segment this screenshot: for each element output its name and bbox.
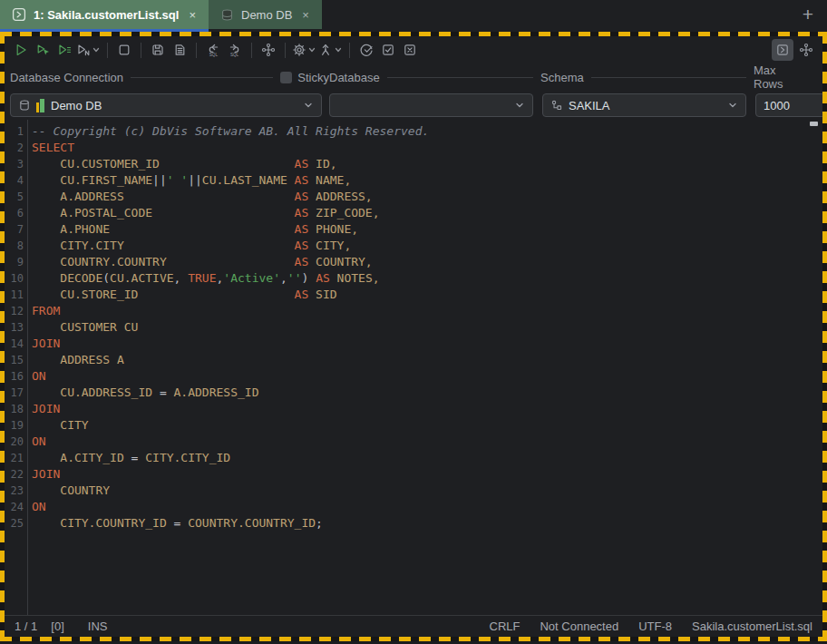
line-number: 22 — [5, 466, 24, 483]
tab-demo-db[interactable]: Demo DB × — [209, 0, 322, 29]
code-area[interactable]: -- Copyright (c) DbVis Software AB. All … — [28, 120, 822, 615]
line-number: 21 — [5, 450, 24, 466]
line-number: 19 — [5, 417, 24, 434]
database-icon — [220, 8, 234, 22]
close-tab-icon[interactable]: × — [188, 8, 197, 22]
save-icon[interactable] — [147, 39, 169, 61]
line-number: 3 — [5, 156, 24, 172]
add-tab-button[interactable]: + — [798, 3, 818, 26]
line-number: 12 — [5, 303, 24, 319]
connection-labels-row: Database Connection Sticky Database Sche… — [5, 63, 822, 91]
line-number: 10 — [5, 270, 24, 287]
code-line: ON — [32, 368, 822, 385]
code-line: COUNTRY — [32, 483, 822, 499]
execute-icon[interactable] — [10, 39, 32, 61]
max-rows-label: Max Rows — [754, 63, 803, 91]
auto-commit-icon[interactable] — [377, 39, 399, 61]
execute-current-icon[interactable] — [32, 39, 54, 61]
encoding: UTF-8 — [638, 620, 672, 633]
code-line: CU.ADDRESS_ID = A.ADDRESS_ID — [32, 385, 822, 401]
line-number: 25 — [5, 515, 24, 532]
sql-history-forward-icon[interactable]: SQL — [224, 39, 246, 61]
schema-combobox[interactable]: SAKILA — [542, 93, 746, 117]
sticky-label: Sticky — [297, 71, 329, 84]
connection-value: Demo DB — [51, 99, 303, 112]
svg-text:SQL: SQL — [209, 53, 219, 57]
app-window: 1: Sakila.customerList.sql × Demo DB × +… — [0, 0, 827, 644]
database-combobox[interactable] — [329, 93, 533, 117]
line-number: 8 — [5, 238, 24, 254]
chevron-down-icon — [303, 100, 314, 111]
selection-count: [0] — [51, 620, 63, 633]
merge-statements-icon[interactable] — [317, 39, 344, 61]
bind-variables-icon[interactable] — [258, 39, 279, 61]
code-line: CU.CUSTOMER_ID AS ID, — [32, 156, 822, 172]
line-number: 18 — [5, 401, 24, 417]
scroll-marker — [810, 122, 818, 126]
tab-label: Demo DB — [241, 8, 292, 22]
settings-icon[interactable] — [291, 39, 317, 61]
code-line: CITY.COUNTRY_ID = COUNTRY.COUNTRY_ID; — [32, 515, 822, 532]
chevron-down-icon — [92, 45, 101, 54]
code-line: CITY.CITY AS CITY, — [32, 238, 822, 254]
code-line: DECODE(CU.ACTIVE, TRUE,'Active','') AS N… — [32, 270, 822, 287]
line-number: 13 — [5, 319, 24, 336]
toolbar-separator — [251, 43, 252, 58]
line-number: 11 — [5, 287, 24, 303]
commit-icon[interactable] — [355, 39, 377, 61]
tab-bar: 1: Sakila.customerList.sql × Demo DB × + — [0, 0, 827, 32]
line-number: 9 — [5, 254, 24, 270]
chevron-down-icon — [334, 45, 343, 54]
tab-label: 1: Sakila.customerList.sql — [34, 8, 179, 22]
connection-status: Not Connected — [540, 620, 618, 633]
highlight-border-top — [0, 32, 827, 36]
sql-editor[interactable]: 1234567891011121314151617181920212223242… — [5, 120, 822, 615]
code-line: A.PHONE AS PHONE, — [32, 221, 822, 238]
code-line: JOIN — [32, 336, 822, 352]
execute-explain-icon[interactable] — [75, 39, 102, 61]
code-line: A.CITY_ID = CITY.CITY_ID — [32, 450, 822, 466]
code-line: A.ADDRESS AS ADDRESS, — [32, 189, 822, 205]
line-ending: CRLF — [490, 620, 521, 633]
save-as-icon[interactable] — [169, 39, 190, 61]
code-line: FROM — [32, 303, 822, 319]
toolbar-separator — [141, 43, 141, 58]
code-line: ON — [32, 434, 822, 450]
code-line: CU.STORE_ID AS SID — [32, 287, 822, 303]
insert-mode: INS — [88, 620, 108, 633]
line-number: 17 — [5, 385, 24, 401]
divider — [387, 77, 533, 78]
toggle-editor-panel-icon[interactable] — [772, 39, 793, 61]
chevron-down-icon — [307, 45, 316, 54]
execute-buffer-icon[interactable] — [54, 39, 75, 61]
connection-combobox[interactable]: Demo DB — [10, 93, 322, 117]
toolbar-left: SQLSQL — [10, 39, 421, 61]
line-number: 7 — [5, 221, 24, 238]
stop-icon[interactable] — [113, 39, 135, 61]
highlight-border-left — [0, 32, 5, 641]
toolbar-separator — [349, 43, 350, 58]
sticky-checkbox[interactable] — [280, 72, 292, 83]
filename: Sakila.customerList.sql — [692, 620, 812, 633]
code-line: JOIN — [32, 466, 822, 483]
node-graph-icon[interactable] — [795, 39, 817, 61]
close-tab-icon[interactable]: × — [301, 8, 310, 22]
chevron-down-icon — [514, 100, 525, 111]
highlight-border-right — [822, 32, 827, 641]
line-number: 2 — [5, 140, 24, 156]
highlight-border-bottom — [0, 637, 827, 641]
rollback-icon[interactable] — [399, 39, 421, 61]
tab-sql-commander[interactable]: 1: Sakila.customerList.sql × — [0, 0, 209, 29]
sql-commander-window: SQLSQL Database Connection Sticky Databa… — [0, 32, 827, 641]
toolbar-separator — [107, 43, 108, 58]
line-number: 16 — [5, 368, 24, 385]
max-rows-input[interactable] — [755, 93, 827, 117]
schema-icon — [550, 99, 563, 112]
line-number: 6 — [5, 205, 24, 221]
svg-text:SQL: SQL — [230, 53, 239, 57]
sql-history-back-icon[interactable]: SQL — [202, 39, 224, 61]
toolbar-right — [772, 39, 817, 61]
caret-position: 1 / 1 — [15, 620, 37, 633]
status-bar: 1 / 1 [0] INS CRLF Not Connected UTF-8 S… — [5, 615, 822, 637]
schema-label: Schema — [540, 71, 584, 84]
